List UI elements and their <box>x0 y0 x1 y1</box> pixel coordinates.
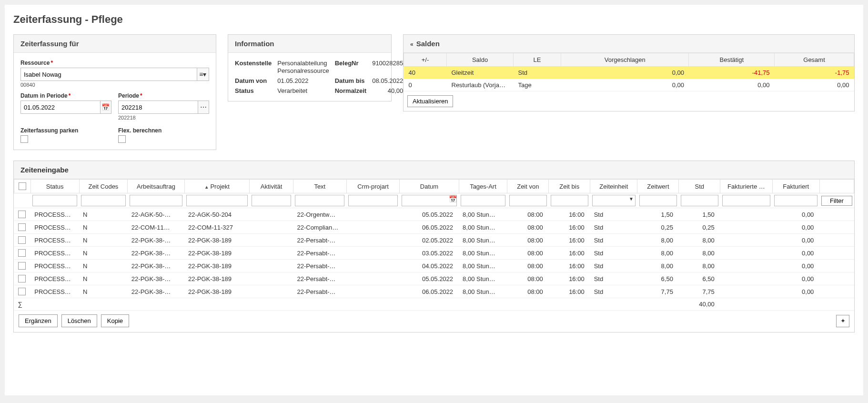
col-zeitbis[interactable]: Zeit bis <box>549 180 590 193</box>
label-datum-periode: Datum in Periode* <box>20 92 111 99</box>
filter-tagesart[interactable] <box>461 195 505 206</box>
row-checkbox[interactable] <box>18 223 26 231</box>
saldo-col-pm[interactable]: +/- <box>404 53 447 67</box>
filter-zeitcodes[interactable] <box>81 195 126 206</box>
filter-projekt[interactable] <box>186 195 248 206</box>
col-zeitwert[interactable]: Zeitwert <box>637 180 679 193</box>
filter-zeitvon[interactable] <box>509 195 547 206</box>
saldo-col-saldo[interactable]: Saldo <box>447 53 514 67</box>
col-projekt[interactable]: Projekt <box>184 180 250 193</box>
cell-text: 22-Persabt-… <box>293 247 346 260</box>
saldo-le: Std <box>514 67 561 79</box>
submit-button[interactable]: ✦ <box>836 315 849 327</box>
chevron-down-icon[interactable]: ▼ <box>629 196 634 202</box>
row-checkbox[interactable] <box>18 211 26 218</box>
ressource-lookup-button[interactable]: ≡▾ <box>197 68 209 81</box>
cell-arbeitsauftrag: 22-COM-11… <box>128 221 184 234</box>
ressource-input[interactable] <box>20 68 197 81</box>
cell-zeitbis: 16:00 <box>549 272 590 285</box>
saldo-col-best[interactable]: Bestätigt <box>689 53 775 67</box>
datum-periode-calendar-button[interactable]: 📅 <box>100 101 111 114</box>
cell-zeiteinheit: Std <box>590 247 637 260</box>
filter-crm[interactable] <box>348 195 398 206</box>
cell-std: 8,00 <box>679 260 720 272</box>
col-arbeitsauftrag[interactable]: Arbeitsauftrag <box>128 180 184 193</box>
col-aktivitaet[interactable]: Aktivität <box>250 180 293 193</box>
row-checkbox[interactable] <box>18 288 26 295</box>
cell-arbeitsauftrag: 22-PGK-38-… <box>128 285 184 298</box>
ergaenzen-button[interactable]: Ergänzen <box>19 314 58 327</box>
col-datum[interactable]: Datum <box>400 180 459 193</box>
filter-zeitwert[interactable] <box>639 195 677 206</box>
select-all-checkbox[interactable] <box>19 182 26 190</box>
row-checkbox[interactable] <box>18 249 26 257</box>
saldo-row[interactable]: 0Resturlaub (Vorja…Tage0,000,000,00 <box>404 79 854 91</box>
filter-button[interactable]: Filter <box>821 196 852 206</box>
cell-aktivitaet <box>250 272 293 285</box>
filter-text[interactable] <box>295 195 344 206</box>
panel-salden-header[interactable]: «Salden <box>404 35 854 53</box>
table-row[interactable]: PROCESS…N22-AGK-50-…22-AGK-50-20422-Orge… <box>14 208 854 221</box>
cell-std: 8,00 <box>679 234 720 247</box>
col-std[interactable]: Std <box>679 180 720 193</box>
saldo-col-le[interactable]: LE <box>514 53 561 67</box>
col-zeiteinheit[interactable]: Zeiteinheit <box>590 180 637 193</box>
cell-tagesart: 8,00 Stun… <box>459 234 507 247</box>
parken-checkbox[interactable] <box>20 135 28 143</box>
row-checkbox[interactable] <box>18 262 26 270</box>
aktualisieren-button[interactable]: Aktualisieren <box>407 95 453 107</box>
filter-status[interactable] <box>32 195 77 206</box>
sum-symbol: ∑ <box>14 298 31 311</box>
kopie-button[interactable]: Kopie <box>101 314 129 327</box>
col-fakturiert[interactable]: Fakturiert <box>772 180 819 193</box>
table-row[interactable]: PROCESS…N22-COM-11…22-COM-11-32722-Compl… <box>14 221 854 234</box>
value-normalzeit: 40,00 <box>372 87 403 94</box>
periode-input[interactable] <box>118 101 198 114</box>
time-grid: Status Zeit Codes Arbeitsauftrag Projekt… <box>14 179 854 311</box>
col-text[interactable]: Text <box>293 180 346 193</box>
datum-periode-input[interactable] <box>20 101 100 114</box>
cell-zeitcodes: N <box>79 221 128 234</box>
periode-code: 202218 <box>118 115 209 121</box>
cell-status: PROCESS… <box>30 221 79 234</box>
filter-datum-calendar-button[interactable]: 📅 <box>447 194 458 204</box>
table-row[interactable]: PROCESS…N22-PGK-38-…22-PGK-38-18922-Pers… <box>14 272 854 285</box>
cell-zeitcodes: N <box>79 234 128 247</box>
table-row[interactable]: PROCESS…N22-PGK-38-…22-PGK-38-18922-Pers… <box>14 247 854 260</box>
cell-crm <box>346 234 400 247</box>
col-zeitcodes[interactable]: Zeit Codes <box>79 180 128 193</box>
cell-aktivitaet <box>250 221 293 234</box>
cell-datum: 05.05.2022 <box>400 208 459 221</box>
flex-checkbox[interactable] <box>118 135 126 143</box>
cell-crm <box>346 208 400 221</box>
cell-status: PROCESS… <box>30 260 79 272</box>
col-status[interactable]: Status <box>30 180 79 193</box>
col-fakt[interactable]: Fakturierte … <box>720 180 772 193</box>
filter-fakturiert[interactable] <box>774 195 818 206</box>
saldo-col-vorg[interactable]: Vorgeschlagen <box>561 53 689 67</box>
loeschen-button[interactable]: Löschen <box>61 314 97 327</box>
col-tagesart[interactable]: Tages-Art <box>459 180 507 193</box>
filter-zeitbis[interactable] <box>551 195 588 206</box>
label-status: Status <box>235 87 272 94</box>
ellipsis-icon: ⋯ <box>200 103 207 111</box>
col-crm[interactable]: Crm-projart <box>346 180 400 193</box>
col-select-all[interactable] <box>14 180 31 193</box>
periode-lookup-button[interactable]: ⋯ <box>198 101 209 114</box>
saldo-row[interactable]: 40GleitzeitStd0,00-41,75-1,75 <box>404 67 854 79</box>
calendar-icon: 📅 <box>449 195 457 203</box>
cell-fakt <box>720 234 772 247</box>
filter-aktivitaet[interactable] <box>252 195 292 206</box>
row-checkbox[interactable] <box>18 236 26 244</box>
page-title: Zeiterfassung - Pflege <box>13 13 855 26</box>
filter-std[interactable] <box>681 195 718 206</box>
filter-arbeitsauftrag[interactable] <box>130 195 182 206</box>
filter-fakt[interactable] <box>722 195 770 206</box>
table-row[interactable]: PROCESS…N22-PGK-38-…22-PGK-38-18922-Pers… <box>14 260 854 272</box>
row-checkbox[interactable] <box>18 275 26 282</box>
cell-aktivitaet <box>250 208 293 221</box>
table-row[interactable]: PROCESS…N22-PGK-38-…22-PGK-38-18922-Pers… <box>14 234 854 247</box>
table-row[interactable]: PROCESS…N22-PGK-38-…22-PGK-38-18922-Pers… <box>14 285 854 298</box>
saldo-col-ges[interactable]: Gesamt <box>775 53 854 67</box>
col-zeitvon[interactable]: Zeit von <box>507 180 549 193</box>
